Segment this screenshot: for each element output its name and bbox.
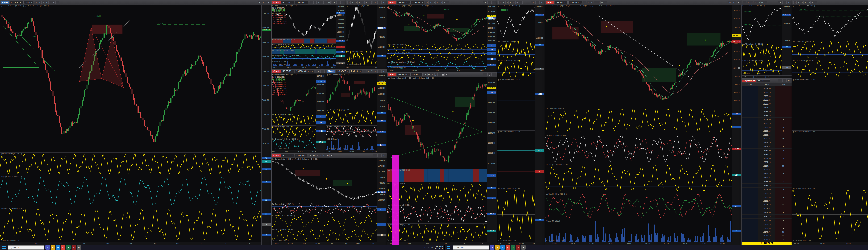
properties-icon[interactable]: ≡ <box>604 1 607 4</box>
crosshair-icon[interactable]: + <box>38 1 41 4</box>
instrument-select[interactable]: NQ 03-23 <box>281 1 294 4</box>
regions-icon[interactable]: ▭ <box>597 1 600 4</box>
ladder-row[interactable]: 12582.009 <box>742 195 792 199</box>
tray-icon-1[interactable]: ☁ <box>427 246 429 249</box>
chart-panel[interactable]: fpvrDualOscillator (NQ 03-23) <box>545 134 732 163</box>
sell-cell[interactable]: 10 <box>775 219 792 222</box>
maximize-button[interactable]: □ <box>377 154 381 157</box>
regions-icon[interactable]: ▭ <box>322 154 326 157</box>
buy-cell[interactable] <box>742 137 758 140</box>
ladder-row[interactable]: 12582.505 <box>742 187 792 191</box>
draw-icon[interactable]: ✎ <box>432 1 436 4</box>
time-axis[interactable]: Jan 10Jan 17Jan 27Feb 2 <box>742 75 782 78</box>
indicators-icon[interactable]: ƒ <box>509 1 512 4</box>
properties-icon[interactable]: ≡ <box>519 1 523 4</box>
window-link-chip[interactable]: Chart <box>1 1 9 4</box>
buy-cell[interactable] <box>742 160 758 164</box>
sell-cell[interactable] <box>775 199 792 203</box>
ladder-row[interactable]: 12587.0010 <box>742 118 792 121</box>
price-axis[interactable]: 12700.0012500.0012300.0012579.757850 <box>782 5 792 75</box>
properties-icon[interactable]: ≡ <box>764 1 767 4</box>
grid-icon[interactable]: ▦ <box>441 73 444 76</box>
cursor-icon[interactable]: ↖ <box>35 1 38 4</box>
properties-icon[interactable]: ≡ <box>330 154 333 157</box>
buy-cell[interactable] <box>742 149 758 152</box>
buy-cell[interactable] <box>742 211 758 214</box>
sell-cell[interactable] <box>775 114 792 117</box>
ladder-row[interactable]: 12584.506 <box>742 156 792 160</box>
draw-icon[interactable]: ✎ <box>800 1 804 4</box>
interval-select[interactable]: Daily <box>24 1 33 4</box>
chart-panel[interactable]: fpvrT3Oscillator (NQ 03-23) <box>387 43 487 52</box>
window-link-chip[interactable]: Chart <box>546 1 554 4</box>
buy-cell[interactable] <box>742 172 758 176</box>
ladder-row[interactable]: 12585.257 <box>742 145 792 149</box>
interval-select[interactable]: 150 Tick <box>410 73 422 76</box>
titlebar[interactable]: ChartNQ 03-23150 Tick↖+✎ƒ▭▦≡–□× <box>387 72 497 77</box>
ladder-row[interactable]: 12583.0013 <box>742 180 792 184</box>
search-box[interactable]: Search <box>8 246 44 250</box>
minimize-button[interactable]: – <box>373 154 377 157</box>
ladder-row[interactable]: 12588.75 <box>742 90 792 94</box>
buy-cell[interactable] <box>742 187 758 191</box>
maximize-button[interactable]: □ <box>377 70 381 73</box>
taskbar-app-ninjatrader[interactable]: N <box>71 245 76 250</box>
ladder-row[interactable]: 12584.0011 <box>742 164 792 168</box>
taskbar-app-ninjatrader[interactable]: N <box>516 245 521 250</box>
maximize-button[interactable]: □ <box>488 1 492 4</box>
draw-icon[interactable]: ✎ <box>505 1 509 4</box>
sell-cell[interactable]: 18 <box>775 230 792 234</box>
chart-panel[interactable]: fpvrRSIOscillator (RTY 03-23) <box>0 175 261 207</box>
maximize-button[interactable]: □ <box>535 1 539 4</box>
start-button[interactable] <box>1 246 7 250</box>
sell-cell[interactable] <box>775 207 792 211</box>
close-button[interactable]: × <box>492 1 496 4</box>
cursor-icon[interactable]: ↖ <box>347 1 351 4</box>
interval-select[interactable]: 1 Minute <box>349 70 362 73</box>
ladder-row[interactable]: 12588.25 <box>742 98 792 102</box>
grid-icon[interactable]: ▦ <box>326 154 329 157</box>
taskbar-app-explorer[interactable]: E <box>51 245 55 250</box>
crosshair-icon[interactable]: + <box>797 1 800 4</box>
draw-icon[interactable]: ✎ <box>354 1 358 4</box>
chart-panel[interactable]: fpvrStochOscillator (NQ 03-23) <box>387 52 487 61</box>
maximize-button[interactable]: □ <box>262 1 266 4</box>
tray-icon-0[interactable]: ∧ <box>424 246 426 249</box>
sell-cell[interactable]: 10 <box>775 118 792 121</box>
sell-cell[interactable] <box>775 102 792 106</box>
ladder-row[interactable]: 12587.25 <box>742 114 792 118</box>
minimize-button[interactable]: – <box>778 1 782 4</box>
buy-cell[interactable] <box>742 222 758 226</box>
close-button[interactable]: × <box>382 1 386 4</box>
ladder-row[interactable]: 12582.75 <box>742 184 792 187</box>
sell-cell[interactable] <box>775 152 792 156</box>
instrument-select[interactable]: NQ 03-23 <box>757 79 770 82</box>
buy-cell[interactable] <box>742 90 758 94</box>
time-axis[interactable]: Jan 10Jan 17Jan 27Feb 2 <box>497 242 535 245</box>
indicators-icon[interactable]: ƒ <box>434 73 438 76</box>
sell-cell[interactable]: 14 <box>775 149 792 152</box>
price-axis[interactable]: 12700.0012500.0012300.0012579.7578501.61… <box>535 5 545 242</box>
close-button[interactable]: × <box>787 1 791 4</box>
window-link-chip[interactable]: Chart <box>327 70 335 73</box>
ladder-row[interactable]: 12584.25 <box>742 160 792 164</box>
properties-icon[interactable]: ≡ <box>814 1 817 4</box>
buy-cell[interactable] <box>742 121 758 125</box>
buy-cell[interactable] <box>742 164 758 168</box>
taskbar-app-teams[interactable]: T <box>490 245 494 250</box>
chart-panel[interactable]: 2052.802027.501998.20fpvrFibExtIndicator… <box>0 5 261 153</box>
instrument-select[interactable]: NQ 03-23 <box>281 70 294 73</box>
crosshair-icon[interactable]: + <box>502 1 505 4</box>
ladder-row[interactable]: 12587.50 <box>742 110 792 114</box>
minimize-button[interactable]: – <box>316 70 320 73</box>
ladder-row[interactable]: 12587.75 <box>742 106 792 110</box>
buy-cell[interactable] <box>742 102 758 106</box>
ladder-row[interactable]: 12588.00 <box>742 102 792 106</box>
sell-cell[interactable]: 8 <box>775 172 792 176</box>
sell-cell[interactable]: 7 <box>775 145 792 149</box>
instrument-select[interactable]: RTY 03-23 <box>10 1 24 4</box>
chart-panel[interactable]: fpvrSwingIndicator (NQ 03-23) <box>346 5 377 50</box>
cursor-icon[interactable]: ↖ <box>498 1 502 4</box>
ladder-row[interactable]: 12579.2531 <box>742 238 792 242</box>
sell-cell[interactable]: 12 <box>775 125 792 129</box>
